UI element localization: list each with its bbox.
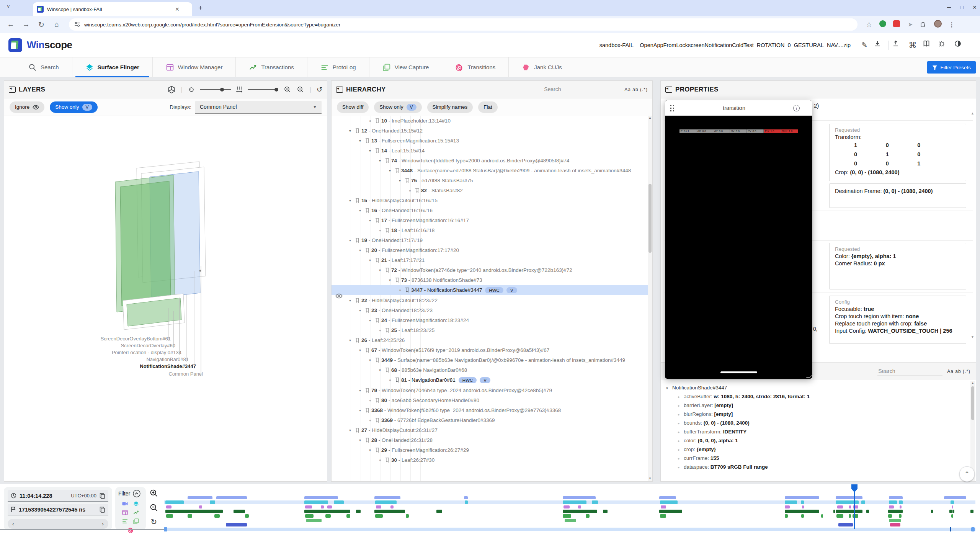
nav-tab-view-capture[interactable]: View Capture: [369, 57, 442, 77]
layers-3d-canvas[interactable]: [4, 117, 327, 481]
trace-segment-protolog[interactable]: [166, 514, 173, 518]
trace-segment-window-manager[interactable]: [564, 505, 570, 508]
zoom-in-icon[interactable]: [284, 86, 291, 93]
trace-segment-view-capture[interactable]: [306, 519, 322, 522]
trace-segment-window-manager[interactable]: [327, 505, 332, 508]
trace-segment-protolog[interactable]: [188, 514, 192, 518]
nav-tab-search[interactable]: Search: [15, 57, 72, 77]
hierarchy-node-13[interactable]: ▾13 - FullscreenMagnification:15:15#13: [332, 136, 652, 146]
nav-tab-surface-flinger[interactable]: Surface Flinger: [72, 57, 152, 77]
trace-segment-protolog[interactable]: [406, 514, 409, 518]
displays-select[interactable]: Common Panel▼: [195, 101, 322, 114]
layer-label[interactable]: PointerLocation - display 0#134: [112, 350, 181, 355]
window-close-button[interactable]: ✕: [972, 4, 977, 10]
hierarchy-node-75[interactable]: ▾75 - ed70f88 StatusBar#75: [332, 175, 652, 185]
hierarchy-node-17[interactable]: ▾17 - FullscreenMagnification:16:16#17: [332, 215, 652, 225]
show-only-v-toggle[interactable]: Show only V: [50, 101, 97, 113]
extensions-puzzle-icon[interactable]: [920, 21, 928, 28]
scrub-handle-right[interactable]: [971, 527, 975, 531]
trace-segment-window-manager[interactable]: [166, 505, 172, 508]
hierarchy-node-25[interactable]: ●25 - Leaf:18:23#25: [332, 325, 652, 335]
trace-segment-transactions[interactable]: [659, 510, 682, 513]
hierarchy-node-26[interactable]: ▾26 - Leaf:24:25#26: [332, 335, 652, 345]
trace-segment-transactions[interactable]: [603, 510, 608, 513]
browser-tab[interactable]: Winscope | sandbox-FAIL ✕: [33, 2, 192, 16]
hierarchy-node-16[interactable]: ▾16 - OneHanded:16:16#16: [332, 205, 652, 215]
trace-segment-screen-recording[interactable]: [563, 496, 596, 499]
property-blurRegions[interactable]: ●blurRegions: [empty]: [666, 410, 965, 419]
trace-segment-window-manager[interactable]: [889, 505, 894, 508]
scroll-down-arrow[interactable]: ▼: [971, 335, 974, 339]
new-tab-button[interactable]: +: [198, 4, 203, 12]
layer-label[interactable]: ScreenDecorOverlay#60: [121, 343, 175, 348]
hierarchy-node-80[interactable]: ●80 - ace6abb SecondaryHomeHandle0#80: [332, 395, 652, 405]
trace-segment-screen-recording[interactable]: [889, 496, 903, 499]
trace-segment-window-manager[interactable]: [305, 505, 312, 508]
drag-handle-icon[interactable]: [670, 104, 675, 112]
trace-segment-transactions[interactable]: [785, 510, 819, 513]
hierarchy-node-82[interactable]: ●82 - StatusBar#82: [332, 185, 652, 195]
trace-segment-protolog[interactable]: [245, 514, 249, 518]
trace-segment-transactions[interactable]: [888, 510, 903, 513]
trace-segment-window-manager[interactable]: [952, 505, 953, 508]
trace-segment-screen-recording[interactable]: [659, 496, 676, 499]
hierarchy-node-21[interactable]: ▾21 - Leaf:17:17#21: [332, 255, 652, 265]
timeline-cursor-line[interactable]: [854, 484, 855, 529]
property-activeBuffer[interactable]: ●activeBuffer: w: 1080, h: 2400, stride:…: [666, 392, 965, 401]
trace-segment-transactions[interactable]: [866, 510, 869, 513]
hierarchy-node-23[interactable]: ▾23 - OneHanded:18:23#23: [332, 305, 652, 315]
trace-segment-window-manager[interactable]: [785, 505, 790, 508]
trace-segment-window-manager[interactable]: [802, 505, 804, 508]
trace-segment-surface-flinger[interactable]: [165, 500, 184, 504]
zoom-out-icon[interactable]: [297, 86, 304, 93]
trace-segment-transactions[interactable]: [234, 510, 245, 513]
hierarchy-node-3449[interactable]: ▾3449 - Surface(name=885b63e NavigationB…: [332, 355, 652, 365]
bookmark-star-icon[interactable]: ☆: [865, 21, 873, 29]
trace-segment-protolog[interactable]: [325, 514, 331, 518]
trace-segment-screen-recording[interactable]: [944, 496, 966, 499]
hierarchy-node-22[interactable]: ▾22 - HideDisplayCutout:18:23#22: [332, 295, 652, 305]
filter-presets-button[interactable]: Filter Presets: [927, 61, 976, 74]
property-barrierLayer[interactable]: ●barrierLayer: [empty]: [666, 401, 965, 410]
trace-segment-window-manager[interactable]: [376, 505, 381, 508]
hierarchy-button-show-only[interactable]: Show onlyV: [374, 101, 421, 113]
collapse-panel-icon[interactable]: [336, 87, 343, 93]
trace-segment-protolog[interactable]: [305, 514, 314, 518]
search-match-options[interactable]: Aa ab (.*): [947, 369, 970, 374]
property-dataspace[interactable]: ●dataspace: BT709 sRGB Full range: [666, 463, 965, 471]
trace-segment-screen-recording[interactable]: [216, 496, 247, 499]
trace-segment-window-manager[interactable]: [578, 505, 581, 508]
hierarchy-scrollbar[interactable]: ▲ ▼: [648, 116, 652, 481]
ignore-button[interactable]: Ignore: [10, 101, 44, 113]
trace-segment-screen-recording[interactable]: [304, 496, 338, 499]
hierarchy-node-73[interactable]: ▾73 - 8736138 NotificationShade#73: [332, 275, 652, 285]
properties-scrollbar[interactable]: ▲: [970, 381, 975, 481]
hierarchy-node-67[interactable]: ▾67 - WindowToken{e5176f9 type=2019 andr…: [332, 345, 652, 355]
hierarchy-node-3447[interactable]: ●3447 - NotificationShade#3447HWCV: [332, 285, 652, 295]
extension-green-icon[interactable]: [879, 20, 887, 29]
trace-segment-transactions[interactable]: [374, 510, 405, 513]
documentation-icon[interactable]: [923, 40, 933, 51]
trace-segment-transactions[interactable]: [952, 510, 954, 513]
hierarchy-button-show-diff[interactable]: Show diff: [337, 101, 369, 113]
trace-segment-surface-flinger[interactable]: [210, 500, 215, 504]
dark-mode-toggle-icon[interactable]: [954, 40, 965, 51]
trace-segment-protolog[interactable]: [821, 514, 823, 518]
trace-segment-transactions[interactable]: [563, 510, 597, 513]
nav-tab-jank-cujs[interactable]: Jank CUJs: [508, 57, 575, 77]
trace-segment-protolog[interactable]: [836, 514, 843, 518]
rotation-slider[interactable]: [200, 89, 231, 90]
trace-segment-surface-flinger[interactable]: [334, 500, 344, 504]
nav-tab-protolog[interactable]: ProtoLog: [307, 57, 369, 77]
trace-segment-surface-flinger[interactable]: [563, 500, 586, 504]
shortcuts-icon[interactable]: ⌘: [907, 40, 918, 51]
trace-segment-screen-recording[interactable]: [188, 496, 212, 499]
hierarchy-node-79[interactable]: ▾79 - WindowToken{7046b4a type=2024 andr…: [332, 385, 652, 395]
trace-segment-screen-recording[interactable]: [374, 496, 400, 499]
trace-segment-protolog[interactable]: [853, 514, 858, 518]
trace-segment-window-manager[interactable]: [661, 505, 666, 508]
back-button[interactable]: ←: [3, 20, 18, 29]
trace-segment-transactions[interactable]: [304, 510, 350, 513]
trace-segment-jank-cujs[interactable]: [890, 523, 900, 526]
trace-segment-transitions[interactable]: [838, 523, 853, 526]
